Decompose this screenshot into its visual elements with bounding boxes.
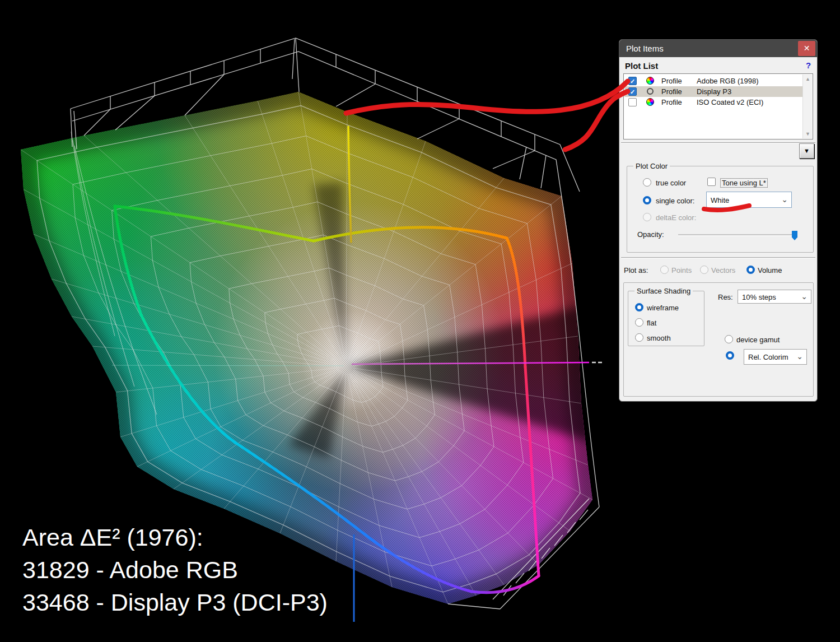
item-type: Profile xyxy=(661,87,682,96)
a-axis-left xyxy=(112,365,344,366)
plot-as-volume-label: Volume xyxy=(758,266,782,275)
shading-smooth-radio[interactable] xyxy=(635,333,643,342)
true-color-label: true color xyxy=(656,179,686,187)
plot-as-label: Plot as: xyxy=(624,266,648,275)
single-color-dropdown[interactable]: White ⌄ xyxy=(706,192,792,208)
deltae-color-radio[interactable] xyxy=(643,213,651,221)
plot-list-heading: Plot List xyxy=(625,61,658,71)
separator xyxy=(621,257,815,258)
list-item-adobe-rgb[interactable]: ✓ Profile Adobe RGB (1998) xyxy=(624,76,802,86)
plot-as-vectors-label: Vectors xyxy=(711,266,735,275)
shading-flat-radio[interactable] xyxy=(635,318,643,327)
single-color-radio[interactable] xyxy=(643,196,651,204)
area-display-p3: 33468 - Display P3 (DCI-P3) xyxy=(22,586,328,618)
checkbox-checked-icon[interactable]: ✓ xyxy=(628,77,637,85)
plot-as-vectors-radio[interactable] xyxy=(700,266,708,274)
chevron-down-icon: ⌄ xyxy=(801,291,808,300)
true-color-radio[interactable] xyxy=(643,178,651,187)
dark-wedge-right xyxy=(346,303,594,443)
res-value: 10% steps xyxy=(742,292,776,301)
rendering-intent-radio[interactable] xyxy=(726,351,734,360)
shading-wireframe-radio[interactable] xyxy=(635,303,643,311)
opacity-label: Opacity: xyxy=(637,230,664,239)
tone-using-l-checkbox[interactable] xyxy=(707,178,716,186)
shading-wireframe-label: wireframe xyxy=(647,304,679,312)
chevron-down-icon: ⌄ xyxy=(796,352,803,361)
dark-wedge-up xyxy=(314,182,346,370)
plot-list-box[interactable]: ✓ Profile Adobe RGB (1998) ✓ Profile Dis… xyxy=(623,73,813,139)
plot-color-group-label: Plot Color xyxy=(633,162,670,170)
circle-outline-icon xyxy=(647,88,654,95)
scroll-down-icon[interactable]: ▼ xyxy=(803,129,813,138)
device-gamut-label: device gamut xyxy=(736,336,780,344)
area-adobe-rgb: 31829 - Adobe RGB xyxy=(22,553,328,586)
dialog-titlebar[interactable]: Plot Items ✕ xyxy=(619,40,817,57)
dark-wedge-down xyxy=(288,370,346,458)
list-scrollbar[interactable]: ▲ ▼ xyxy=(802,75,812,138)
annotation-red-curve-1 xyxy=(346,81,628,113)
area-title: Area ΔE² (1976): xyxy=(22,521,328,553)
item-name: Display P3 xyxy=(697,87,731,96)
item-type: Profile xyxy=(661,98,682,106)
color-wheel-icon xyxy=(646,77,654,85)
tone-using-l-label: Tone using L* xyxy=(720,178,768,188)
close-icon[interactable]: ✕ xyxy=(798,41,815,56)
item-type: Profile xyxy=(661,77,682,85)
plot-as-points-radio[interactable] xyxy=(660,266,669,274)
chevron-down-icon: ⌄ xyxy=(781,194,788,203)
res-dropdown[interactable]: 10% steps ⌄ xyxy=(738,290,811,304)
expand-panel-button[interactable]: ▼ xyxy=(799,143,814,159)
plot-as-volume-radio[interactable] xyxy=(746,266,755,274)
list-item-display-p3[interactable]: ✓ Profile Display P3 xyxy=(624,86,802,97)
res-label: Res: xyxy=(718,293,733,301)
list-item-iso-coated[interactable]: Profile ISO Coated v2 (ECI) xyxy=(624,97,802,108)
dialog-title: Plot Items xyxy=(626,44,664,53)
plot-items-dialog: Plot Items ✕ Plot List ? ✓ Profile Adobe… xyxy=(619,39,818,402)
area-delta-e-annotation: Area ΔE² (1976): 31829 - Adobe RGB 33468… xyxy=(22,521,328,618)
separator xyxy=(621,142,815,143)
checkbox-unchecked-icon[interactable] xyxy=(628,98,637,106)
a-axis-right-magenta xyxy=(352,362,589,364)
deltae-color-label: deltaE color: xyxy=(656,213,696,222)
screenshot-stage: Area ΔE² (1976): 31829 - Adobe RGB 33468… xyxy=(0,0,840,642)
checkbox-checked-icon[interactable]: ✓ xyxy=(628,87,637,96)
drop-arrow-icon: ▼ xyxy=(804,147,810,154)
opacity-slider-track[interactable] xyxy=(678,234,797,236)
single-color-label: single color: xyxy=(656,197,694,205)
shading-flat-label: flat xyxy=(647,319,656,327)
rendering-intent-value: Rel. Colorim xyxy=(748,353,788,361)
color-wheel-icon xyxy=(646,98,654,106)
device-gamut-radio[interactable] xyxy=(725,335,733,343)
surface-shading-group-label: Surface Shading xyxy=(634,287,693,295)
rendering-intent-dropdown[interactable]: Rel. Colorim ⌄ xyxy=(744,349,807,365)
item-name: ISO Coated v2 (ECI) xyxy=(697,98,763,106)
scroll-up-icon[interactable]: ▲ xyxy=(803,75,813,83)
shading-smooth-label: smooth xyxy=(647,334,671,342)
help-icon[interactable]: ? xyxy=(806,61,811,70)
item-name: Adobe RGB (1998) xyxy=(697,77,759,85)
single-color-value: White xyxy=(711,196,729,204)
plot-as-points-label: Points xyxy=(671,266,692,275)
